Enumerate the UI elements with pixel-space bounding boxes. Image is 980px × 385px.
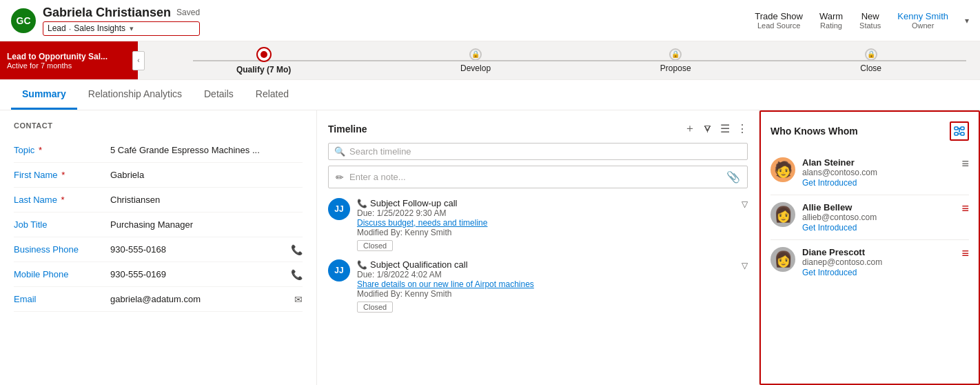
wkw-people: 🧑Alan Steineralans@contoso.comGet Introd… <box>770 150 969 284</box>
entry-expand-button[interactable]: ▽ <box>742 261 748 270</box>
lock-icon-close: 🔒 <box>867 50 875 58</box>
stage-close[interactable]: 🔒 Close <box>860 48 881 73</box>
search-icon: 🔍 <box>334 146 345 157</box>
rating-label: Rating <box>820 21 842 30</box>
lead-source-value: Trade Show <box>755 11 803 21</box>
tab-details[interactable]: Details <box>193 80 245 110</box>
stage-label-close: Close <box>860 63 881 73</box>
header-chevron-icon[interactable]: ▾ <box>965 16 969 26</box>
get-introduced-link[interactable]: Get Introduced <box>802 223 857 233</box>
status-badge: Closed <box>357 302 393 313</box>
entry-title: 📞Subject Qualification call <box>357 259 735 270</box>
person-menu-icon[interactable]: ≡ <box>961 157 969 170</box>
timeline-entry: JJ📞Subject Follow-up callDue: 1/25/2022 … <box>328 198 748 251</box>
entry-link[interactable]: Discuss budget, needs and timeline <box>357 218 735 228</box>
breadcrumb[interactable]: Lead · Sales Insights ▾ <box>43 21 200 36</box>
field-label: Business Phone <box>14 244 110 255</box>
wkw-person: 👩Allie Bellewallieb@contoso.comGet Intro… <box>770 195 969 240</box>
contact-field-row: Emailgabriela@adatum.com✉ <box>14 287 303 312</box>
person-info: Allie Bellewallieb@contoso.comGet Introd… <box>802 202 955 233</box>
timeline-entry: JJ📞Subject Qualification callDue: 1/8/20… <box>328 259 748 313</box>
lead-panel: Lead to Opportunity Sal... Active for 7 … <box>0 41 138 79</box>
more-timeline-button[interactable]: ⋮ <box>737 122 748 135</box>
header: GC Gabriela Christiansen Saved Lead · Sa… <box>0 0 980 41</box>
get-introduced-link[interactable]: Get Introduced <box>802 178 857 188</box>
progress-bar: Lead to Opportunity Sal... Active for 7 … <box>0 41 980 80</box>
person-menu-icon[interactable]: ≡ <box>961 247 969 259</box>
saved-label: Saved <box>176 8 200 17</box>
field-value: 930-555-0168 <box>110 244 285 255</box>
main-content: CONTACT Topic *5 Café Grande Espresso Ma… <box>0 110 980 385</box>
required-marker: * <box>59 170 65 180</box>
timeline-entries: JJ📞Subject Follow-up callDue: 1/25/2022 … <box>328 198 748 313</box>
note-input[interactable]: Enter a note... <box>349 172 721 182</box>
stage-develop[interactable]: 🔒 Develop <box>460 48 491 73</box>
person-name: Alan Steiner <box>802 157 955 168</box>
sort-timeline-button[interactable]: ☰ <box>720 122 730 135</box>
lead-panel-title: Lead to Opportunity Sal... <box>7 52 131 61</box>
person-menu-icon[interactable]: ≡ <box>961 202 969 215</box>
paperclip-icon[interactable]: 📎 <box>726 170 740 184</box>
required-marker: * <box>36 145 42 155</box>
header-name-area: Gabriela Christiansen Saved Lead · Sales… <box>43 6 200 36</box>
entry-avatar: JJ <box>328 259 350 282</box>
status-badge: Closed <box>357 240 393 251</box>
contact-field-row: Business Phone930-555-0168📞 <box>14 237 303 262</box>
field-value: Purchasing Manager <box>110 219 303 230</box>
stage-propose[interactable]: 🔒 Propose <box>660 48 691 73</box>
tabs-bar: Summary Relationship Analytics Details R… <box>0 80 980 110</box>
wkw-icon-button[interactable] <box>950 121 969 141</box>
timeline-actions: ＋ ⛛ ☰ ⋮ <box>684 121 748 136</box>
entry-link[interactable]: Share details on our new line of Airpot … <box>357 279 735 289</box>
timeline-search-box[interactable]: 🔍 Search timeline <box>328 143 748 160</box>
tab-related[interactable]: Related <box>245 80 300 110</box>
breadcrumb-dropdown-icon[interactable]: ▾ <box>130 24 134 33</box>
stage-circle-develop: 🔒 <box>469 48 482 61</box>
field-label: Mobile Phone <box>14 269 110 279</box>
wkw-header: Who Knows Whom <box>770 121 969 141</box>
person-email: dianep@contoso.com <box>802 257 955 267</box>
add-timeline-button[interactable]: ＋ <box>684 121 695 136</box>
entry-title: 📞Subject Follow-up call <box>357 198 735 208</box>
phone-icon[interactable]: 📞 <box>291 269 303 280</box>
meta-rating: Warm Rating <box>819 11 843 30</box>
note-box[interactable]: ✏ Enter a note... 📎 <box>328 166 748 188</box>
stage-qualify[interactable]: Qualify (7 Mo) <box>236 47 291 75</box>
tab-relationship-analytics[interactable]: Relationship Analytics <box>77 80 193 110</box>
person-info: Diane Prescottdianep@contoso.comGet Intr… <box>802 247 955 277</box>
breadcrumb-sep: · <box>69 23 72 34</box>
person-avatar: 👩 <box>770 202 795 227</box>
status-label: Status <box>859 21 881 30</box>
field-label: Topic * <box>14 145 110 155</box>
entry-due: Due: 1/25/2022 9:30 AM <box>357 208 735 218</box>
breadcrumb-insights: Sales Insights <box>74 23 125 33</box>
field-value: gabriela@adatum.com <box>110 294 289 304</box>
field-label: Email <box>14 294 110 304</box>
timeline-header: Timeline ＋ ⛛ ☰ ⋮ <box>328 121 748 136</box>
contact-field-row: Mobile Phone930-555-0169📞 <box>14 262 303 287</box>
timeline-panel: Timeline ＋ ⛛ ☰ ⋮ 🔍 Search timeline ✏ Ent… <box>317 110 759 385</box>
header-left: GC Gabriela Christiansen Saved Lead · Sa… <box>11 6 200 36</box>
contact-section-title: CONTACT <box>14 121 303 130</box>
field-value: Gabriela <box>110 170 303 180</box>
tab-summary[interactable]: Summary <box>11 80 77 110</box>
wkw-title: Who Knows Whom <box>770 126 858 137</box>
phone-icon[interactable]: 📞 <box>291 244 303 255</box>
entry-modified: Modified By: Kenny Smith <box>357 228 735 237</box>
svg-rect-0 <box>955 127 958 130</box>
email-icon[interactable]: ✉ <box>294 294 303 305</box>
owner-value[interactable]: Kenny Smith <box>897 11 948 21</box>
contact-field-row: First Name *Gabriela <box>14 163 303 188</box>
person-name: Allie Bellew <box>802 202 955 213</box>
entry-expand-button[interactable]: ▽ <box>742 199 748 209</box>
get-introduced-link[interactable]: Get Introduced <box>802 268 857 277</box>
svg-rect-3 <box>961 132 964 135</box>
contact-panel: CONTACT Topic *5 Café Grande Espresso Ma… <box>0 110 317 385</box>
meta-status: New Status <box>859 11 881 30</box>
filter-timeline-button[interactable]: ⛛ <box>702 123 713 135</box>
lead-source-label: Lead Source <box>757 21 800 30</box>
timeline-search-input[interactable]: Search timeline <box>349 146 742 157</box>
field-value: 930-555-0169 <box>110 269 285 279</box>
record-name: Gabriela Christiansen Saved <box>43 6 200 20</box>
meta-owner: Kenny Smith Owner <box>897 11 948 30</box>
